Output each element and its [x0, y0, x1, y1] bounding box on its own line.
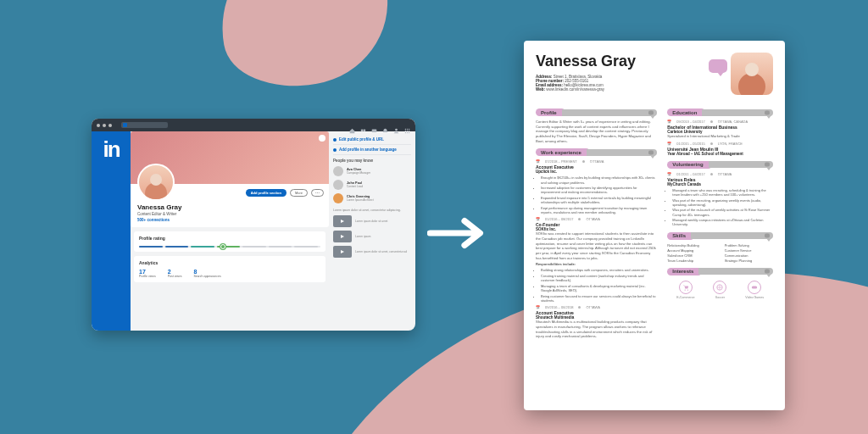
linkedin-logo: in: [92, 131, 131, 331]
search-input[interactable]: [121, 122, 168, 128]
svg-point-13: [684, 289, 685, 290]
more-button[interactable]: More: [290, 189, 308, 197]
skills-grid: Relationship BuildingProblem Solving Acc…: [667, 243, 773, 263]
connections-link[interactable]: 500+ connections: [137, 218, 324, 222]
messaging-icon[interactable]: [371, 122, 377, 128]
section-heading-skills: Skills: [667, 232, 773, 240]
cart-icon: [679, 281, 693, 294]
resume-contacts: Address: Street 1, Bratislava, Slovakia …: [536, 75, 636, 92]
profile-name: Vanessa Gray: [137, 203, 324, 211]
svg-point-14: [687, 289, 688, 290]
notifications-icon[interactable]: [382, 122, 388, 128]
play-icon: [333, 246, 352, 258]
section-heading-work: Work experience: [536, 148, 657, 156]
edit-public-profile-link[interactable]: Edit public profile & URL: [333, 135, 411, 145]
search-icon: [123, 123, 127, 127]
svg-point-5: [407, 129, 408, 130]
svg-rect-16: [752, 286, 757, 288]
avatar[interactable]: [137, 164, 175, 201]
arrow-icon: [427, 212, 495, 258]
add-language-link[interactable]: Add profile in another language: [333, 145, 411, 155]
learning-item[interactable]: Lorem ipsum dolor sit amet: [333, 215, 411, 227]
home-icon[interactable]: [349, 122, 355, 128]
decorative-blob-top: [210, 0, 401, 98]
profile-rating-title: Profile rating: [139, 236, 320, 241]
gamepad-icon: [748, 281, 761, 294]
speech-bubble-icon: [709, 59, 727, 73]
resume-avatar: [731, 53, 773, 95]
svg-point-4: [405, 129, 406, 130]
svg-point-6: [409, 129, 409, 130]
learning-item[interactable]: Lorem ipsum: [333, 231, 411, 242]
profile-rating-card: Profile rating: [134, 231, 326, 252]
profile-rating-bar[interactable]: [139, 246, 320, 248]
play-icon: [333, 231, 352, 242]
profile-text: Content Editor & Writer with 5+ years of…: [536, 120, 657, 143]
suggested-person[interactable]: Ava ChenCampaign Manager: [333, 166, 411, 176]
analytics-card: Analytics 17 Profile views 2 Post views …: [134, 256, 326, 282]
metric-profile-views[interactable]: 17 Profile views: [139, 269, 156, 278]
apps-icon[interactable]: [404, 122, 410, 128]
profile-headline: Content Editor & Writer: [137, 212, 324, 216]
work-item: 📅07/2018 – PRESENTOTTAWA Account Executi…: [536, 159, 657, 214]
profile-header-card: Add profile section More ⋯ Vanessa Gray …: [131, 184, 329, 227]
volunteering-item: 📅01/2011 – 04/2017OTTAWA Various Roles M…: [667, 172, 773, 227]
section-heading-profile: Profile: [536, 108, 657, 116]
work-item: 📅01/2016 – 08/2017OTTAWA Co-Founder SOKf…: [536, 217, 657, 303]
avatar: [333, 193, 343, 203]
education-item: 📅01/2015 – 05/2015LYON, FRANCE Universit…: [667, 142, 773, 156]
metric-search-appearances[interactable]: 8 Search appearances: [193, 269, 220, 278]
learning-item[interactable]: Lorem ipsum dolor sit amet, consectetur …: [333, 246, 411, 258]
window-controls[interactable]: [97, 124, 112, 127]
people-you-may-know-title: People you may know: [333, 159, 411, 163]
edit-cover-icon[interactable]: [319, 135, 326, 142]
section-heading-education: Education: [667, 108, 773, 116]
promo-text: Lorem ipsum dolor sit amet, consectetur …: [333, 209, 411, 212]
avatar: [333, 180, 343, 190]
browser-titlebar: [92, 119, 415, 131]
section-heading-interests: Interests: [667, 268, 773, 275]
section-heading-volunteering: Volunteering: [667, 161, 773, 169]
resume-document: Vanessa Gray Address: Street 1, Bratisla…: [524, 41, 785, 410]
work-item: 📅09/2016 – 06/2018OTTAWA Account Executi…: [536, 305, 657, 339]
interests-row: E-Commerce Soccer Video Games: [667, 281, 773, 299]
linkedin-sidebar: Edit public profile & URL Add profile in…: [329, 131, 415, 331]
network-icon[interactable]: [360, 122, 366, 128]
ball-icon: [713, 281, 726, 294]
linkedin-window: in Add profile section More ⋯ Vanessa Gr…: [92, 119, 415, 331]
linkedin-logo-text: in: [103, 136, 119, 163]
analytics-title: Analytics: [139, 260, 320, 265]
metric-post-views[interactable]: 2 Post views: [168, 269, 182, 278]
overflow-button[interactable]: ⋯: [311, 189, 324, 197]
me-icon[interactable]: [393, 122, 399, 128]
education-item: 📅09/2013 – 04/2017OTTAWA, CANADA Bachelo…: [667, 120, 773, 139]
avatar: [333, 166, 343, 176]
suggested-person[interactable]: Chris GreeningLorem Ipsum Architect: [333, 193, 411, 203]
resume-name: Vanessa Gray: [536, 53, 636, 70]
suggested-person[interactable]: John PaulContent Lead: [333, 180, 411, 190]
play-icon: [333, 215, 352, 227]
add-section-button[interactable]: Add profile section: [246, 189, 287, 197]
